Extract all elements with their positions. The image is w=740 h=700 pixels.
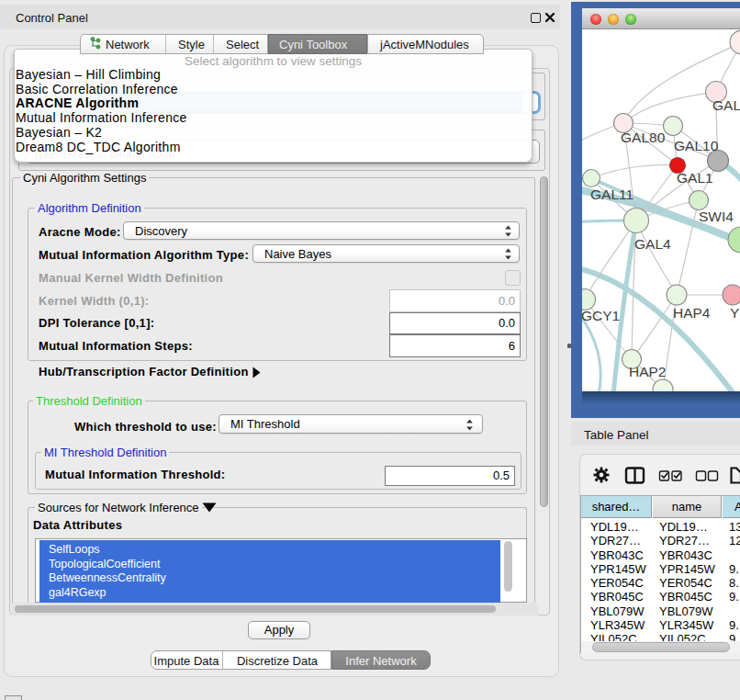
svg-text:GAL80: GAL80 <box>621 130 666 145</box>
svg-text:GAL10: GAL10 <box>674 138 719 153</box>
svg-text:SWI4: SWI4 <box>699 209 734 224</box>
svg-text:GAL1: GAL1 <box>677 170 713 186</box>
svg-text:GAL: GAL <box>712 97 740 113</box>
svg-text:Y: Y <box>730 305 739 321</box>
svg-text:GCY1: GCY1 <box>582 308 620 323</box>
svg-text:GAL4: GAL4 <box>634 236 671 252</box>
svg-text:HAP4: HAP4 <box>673 305 711 321</box>
svg-text:GAL11: GAL11 <box>590 186 633 202</box>
svg-text:HAP2: HAP2 <box>629 364 667 379</box>
